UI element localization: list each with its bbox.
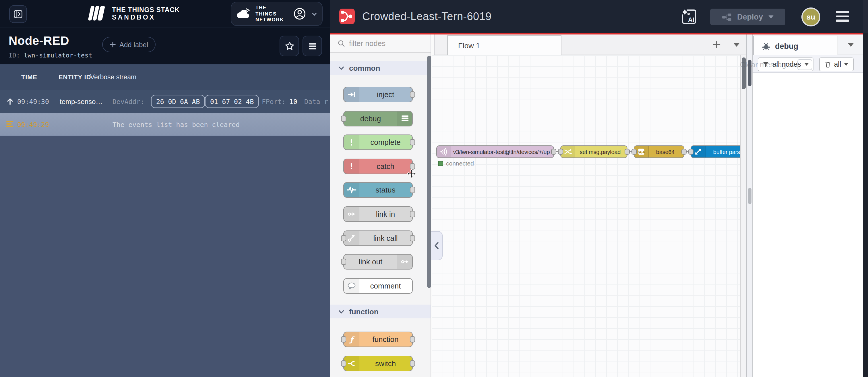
deploy-text: Deploy [737, 12, 763, 21]
bookmark-button[interactable] [280, 36, 299, 56]
node-output-port[interactable] [410, 360, 415, 366]
event-stream-toolbar: TIME ENTITY ID Verbose stream Export as … [0, 64, 330, 90]
ttn-titlebar: Node-RED Add label ID: lwn-simulator-tes… [0, 28, 330, 64]
palette-node-switch[interactable]: switch [343, 355, 413, 371]
node-output-port[interactable] [551, 149, 556, 154]
palette-node-comment[interactable]: comment [343, 278, 413, 293]
palette-node-function[interactable]: ƒfunction [343, 331, 413, 347]
sidebar-divider[interactable] [746, 34, 753, 377]
node-input-port[interactable] [558, 149, 563, 154]
user-avatar[interactable]: su [801, 7, 820, 26]
palette-node-debug[interactable]: debug [343, 111, 413, 126]
palette-section-function[interactable]: function [330, 304, 431, 318]
divider-handle[interactable] [748, 188, 751, 204]
palette-node-catch[interactable]: catch [343, 158, 413, 174]
deploy-chevron-icon [768, 15, 774, 19]
flow-node-buffer-parser[interactable]: buffer parser [691, 145, 740, 158]
node-output-port[interactable] [410, 91, 415, 98]
flow-tabbar: Flow 1 [434, 34, 746, 55]
devaddr-badge[interactable]: 26 0D 6A AB [151, 95, 205, 108]
debug-clear-button[interactable]: all [819, 57, 854, 71]
nodered-editor-panel: Crowded-Least-Tern-6019 AI Deploy su [330, 0, 868, 377]
page-menu-button[interactable] [303, 36, 322, 56]
add-label-text: Add label [119, 40, 148, 49]
palette-node-inject[interactable]: inject [343, 87, 413, 102]
node-output-port[interactable] [410, 211, 415, 217]
node-input-port[interactable] [688, 149, 693, 154]
sidebar-menu-chevron[interactable] [847, 42, 854, 47]
palette-node-link-out[interactable]: link out [343, 254, 413, 269]
bang-icon [344, 159, 360, 173]
node-input-port[interactable] [631, 149, 637, 154]
palette-node-label: status [359, 183, 412, 197]
event-row-uplink[interactable]: 09:49:30 temp-senso… DevAddr: 26 0D 6A A… [0, 90, 330, 114]
entity-id-label: ID: [9, 52, 20, 59]
node-output-port[interactable] [410, 139, 415, 145]
node-output-port[interactable] [681, 149, 687, 154]
event-time: 09:49:29 [17, 121, 49, 129]
palette-scrollbar[interactable] [427, 56, 431, 288]
ai-assistant-button[interactable]: AI [680, 8, 698, 25]
add-label-button[interactable]: Add label [102, 37, 156, 52]
flow-node-v3-lwn-simulator-test-ttn-devices-up[interactable]: v3/lwn-simulator-test@ttn/devices/+/up [436, 145, 554, 158]
flow-list-chevron-button[interactable] [733, 42, 740, 47]
node-input-port[interactable] [341, 259, 346, 265]
linkcall-icon [344, 231, 360, 245]
svg-text:b64: b64 [638, 150, 645, 154]
list-cleared-icon [6, 121, 14, 127]
canvas-scrollbar[interactable] [740, 55, 746, 377]
payload-badge[interactable]: 01 67 02 4B [205, 95, 259, 108]
entity-column-header: ENTITY ID [59, 74, 91, 81]
network-line2: NETWORK [255, 17, 289, 23]
flow-node-set-msg-payload[interactable]: set msg.payload [560, 145, 627, 158]
node-output-port[interactable] [410, 187, 415, 193]
node-input-port[interactable] [341, 235, 346, 241]
palette-collapse-handle[interactable] [431, 231, 443, 260]
ttn-console-panel: THE THINGS STACK SANDBOX THE THINGS NETW… [0, 0, 330, 377]
flow-tab-label: Flow 1 [458, 41, 480, 50]
node-input-port[interactable] [341, 360, 346, 366]
palette-node-link-in[interactable]: link in [343, 206, 413, 222]
avatar-initials: su [807, 12, 815, 21]
palette-node-complete[interactable]: complete [343, 135, 413, 150]
palette-filter-input[interactable]: filter nodes [330, 34, 431, 53]
ai-button-text: AI [688, 16, 694, 23]
tab-debug[interactable]: debug [753, 36, 838, 56]
sidebar-scrollbar-thumb[interactable] [748, 60, 751, 86]
palette-node-label: debug [344, 111, 397, 125]
canvas-scrollbar-thumb[interactable] [742, 57, 746, 89]
sidebar-toggle-button[interactable] [9, 5, 27, 23]
node-palette: filter nodes common function injectdebug… [330, 34, 431, 377]
flow-node-base64[interactable]: b64base64 [634, 145, 684, 158]
debug-tabrow: debug [753, 34, 863, 55]
palette-node-status[interactable]: status [343, 182, 413, 198]
debug-filter-button[interactable]: all nodes [758, 57, 813, 71]
main-menu-button[interactable] [836, 11, 849, 22]
trash-icon [824, 61, 831, 68]
linkin-icon [397, 255, 412, 269]
entity-id-value: lwn-simulator-test [24, 52, 92, 59]
deploy-icon [722, 13, 732, 21]
palette-node-label: link out [344, 255, 397, 269]
palette-node-label: complete [359, 135, 412, 149]
deploy-button[interactable]: Deploy [710, 9, 785, 25]
inject-icon [344, 87, 360, 102]
svg-text:ƒ: ƒ [349, 335, 354, 344]
time-column-header: TIME [21, 74, 37, 81]
search-icon [338, 40, 345, 47]
node-output-port[interactable] [410, 336, 415, 343]
flow-canvas[interactable]: v3/lwn-simulator-test@ttn/devices/+/upco… [432, 55, 740, 377]
node-output-port[interactable] [410, 163, 415, 169]
palette-node-link-call[interactable]: link call [343, 230, 413, 246]
node-output-port[interactable] [410, 235, 415, 241]
palette-section-common[interactable]: common [330, 61, 431, 75]
event-row-cleared[interactable]: 09:49:29 The events list has been cleare… [0, 113, 330, 136]
node-output-port[interactable] [625, 149, 630, 154]
tab-flow-1[interactable]: Flow 1 [447, 35, 561, 55]
add-flow-button[interactable] [712, 40, 721, 49]
event-list-empty-area [0, 136, 330, 377]
node-input-port[interactable] [341, 115, 346, 121]
debug-sidebar: debug Clear messages all nodes [753, 34, 863, 377]
network-account-button[interactable]: THE THINGS NETWORK [231, 2, 322, 26]
node-input-port[interactable] [341, 336, 346, 343]
